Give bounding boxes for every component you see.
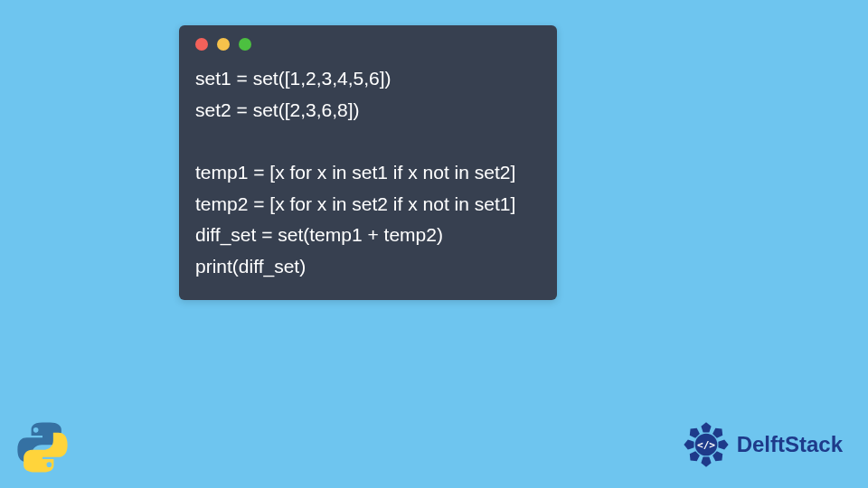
code-line: diff_set = set(temp1 + temp2)	[195, 224, 443, 245]
maximize-icon	[239, 38, 251, 51]
close-icon	[195, 38, 208, 51]
code-line: print(diff_set)	[195, 256, 306, 277]
code-line: set1 = set([1,2,3,4,5,6])	[195, 68, 392, 89]
python-logo-icon	[14, 419, 71, 475]
code-line: temp2 = [x for x in set2 if x not in set…	[195, 193, 515, 214]
code-line: set2 = set([2,3,6,8])	[195, 99, 360, 120]
code-block: set1 = set([1,2,3,4,5,6]) set2 = set([2,…	[195, 63, 541, 282]
delftstack-badge-icon: </>	[681, 419, 731, 470]
svg-text:</>: </>	[697, 439, 715, 451]
window-traffic-lights	[195, 38, 541, 51]
code-window: set1 = set([1,2,3,4,5,6]) set2 = set([2,…	[179, 25, 557, 300]
minimize-icon	[217, 38, 230, 51]
code-line: temp1 = [x for x in set1 if x not in set…	[195, 162, 515, 183]
delftstack-brand-text: DelftStack	[737, 432, 843, 457]
delftstack-logo: </> DelftStack	[681, 419, 843, 470]
